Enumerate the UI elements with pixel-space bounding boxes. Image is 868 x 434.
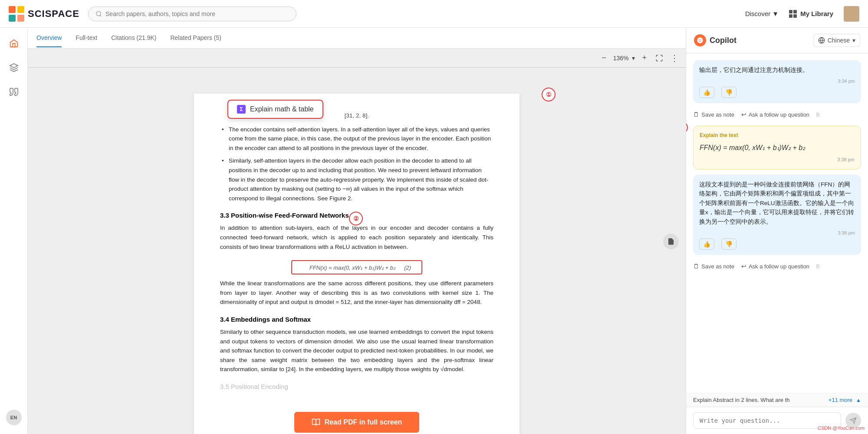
user-avatar[interactable] xyxy=(844,6,859,22)
language-selector[interactable]: Chinese ▾ xyxy=(813,34,860,47)
language-badge[interactable]: EN xyxy=(6,410,22,425)
copilot-panel: Copilot Chinese ▾ 输出层，它们之间通过注意力机制连接。 3:3… xyxy=(686,28,868,434)
main-layout: EN Overview Full-text Citations (21.9K) … xyxy=(0,28,868,434)
copy-button-1[interactable]: ⎘ xyxy=(816,111,820,118)
home-icon xyxy=(9,39,19,48)
explain-popup-label: Explain math & table xyxy=(250,105,314,113)
pdf-page: [31, 2, 8]. The encoder contains self-at… xyxy=(194,94,519,434)
bullet-2: Similarly, self-attention layers in the … xyxy=(220,156,493,203)
send-icon xyxy=(850,417,857,424)
chat-message-user: Explain the text FFN(x) = max(0, xW₁ + b… xyxy=(693,126,861,169)
zoom-level: 136% ▾ xyxy=(613,55,635,62)
copilot-icon xyxy=(694,34,706,46)
circle-marker-2: ② xyxy=(349,212,363,225)
para-3-3: In addition to attention sub-layers, eac… xyxy=(220,223,493,251)
pdf-toolbar: − 136% ▾ + ⋮ xyxy=(28,49,686,68)
message-time-user: 3:38 pm xyxy=(700,156,855,164)
user-message-label: Explain the text xyxy=(700,131,855,140)
note-icon-1: 🗒 xyxy=(693,111,699,118)
fullscreen-icon xyxy=(655,54,663,62)
message-time-2: 3:38 pm xyxy=(699,229,855,237)
zoom-out-button[interactable]: − xyxy=(600,52,608,64)
more-suggestions-link[interactable]: +11 more xyxy=(829,397,852,403)
tabs-bar: Overview Full-text Citations (21.9K) Rel… xyxy=(28,28,686,49)
robot-icon xyxy=(697,37,704,44)
sidebar-item-layers[interactable] xyxy=(7,61,21,75)
tab-fulltext[interactable]: Full-text xyxy=(76,29,97,47)
tab-related[interactable]: Related Papers (5) xyxy=(170,29,221,47)
document-icon xyxy=(667,238,675,245)
fullscreen-button[interactable] xyxy=(654,52,665,64)
thumbs-down-button-2[interactable]: 👎 xyxy=(721,238,736,250)
message-actions-1: 👍 👎 xyxy=(699,87,855,98)
zoom-in-button[interactable]: + xyxy=(640,52,648,64)
section-3-5-title: 3.5 Positional Encoding xyxy=(220,383,493,390)
sidebar-item-home[interactable] xyxy=(7,36,21,50)
save-as-note-1[interactable]: 🗒 Save as note xyxy=(693,111,734,118)
ask-followup-1[interactable]: ↩ Ask a follow up question xyxy=(741,111,809,118)
bullet-1: The encoder contains self-attention laye… xyxy=(220,125,493,153)
suggestion-row: Explain Abstract in 2 lines. What are th… xyxy=(693,397,861,403)
sidebar-item-quote[interactable] xyxy=(7,85,21,99)
svg-rect-3 xyxy=(17,15,24,22)
svg-rect-1 xyxy=(17,6,24,13)
copilot-header: Copilot Chinese ▾ xyxy=(686,28,868,53)
svg-point-4 xyxy=(96,11,101,16)
library-icon xyxy=(789,10,797,18)
layers-icon xyxy=(9,63,19,72)
suggestions-area: Explain Abstract in 2 lines. What are th… xyxy=(686,393,868,407)
ask-followup-2[interactable]: ↩ Ask a follow up question xyxy=(741,263,809,270)
suggestion-text: Explain Abstract in 2 lines. What are th xyxy=(693,397,825,403)
tab-citations[interactable]: Citations (21.9K) xyxy=(111,29,156,47)
scroll-to-top-button[interactable] xyxy=(663,234,679,249)
user-message-wrapper: ③ Explain the text FFN(x) = max(0, xW₁ +… xyxy=(693,126,861,169)
svg-marker-6 xyxy=(10,64,17,68)
search-input[interactable] xyxy=(105,10,289,17)
svg-rect-2 xyxy=(9,15,16,22)
svg-point-10 xyxy=(699,39,700,40)
svg-line-5 xyxy=(100,15,101,16)
thumbs-down-button-1[interactable]: 👎 xyxy=(721,87,736,98)
action-bar-1: 🗒 Save as note ↩ Ask a follow up questio… xyxy=(693,108,861,121)
chat-message-bot-1: 输出层，它们之间通过注意力机制连接。 3:34 pm 👍 👎 xyxy=(693,60,861,103)
thumbs-up-button-2[interactable]: 👍 xyxy=(699,238,714,250)
header-right: Discover ▼ My Library xyxy=(745,6,859,22)
book-icon xyxy=(312,418,320,427)
svg-rect-0 xyxy=(9,6,16,13)
message-time-1: 3:34 pm xyxy=(699,78,855,85)
note-icon-2: 🗒 xyxy=(693,263,699,270)
para-3-4: Similarly to other sequence transduction… xyxy=(220,327,493,374)
reply-icon-2: ↩ xyxy=(741,263,746,270)
circle-marker-3: ③ xyxy=(686,121,688,134)
pdf-viewer: − 136% ▾ + ⋮ Σ Explain math & table ① ② xyxy=(28,49,686,434)
circle-marker-1: ① xyxy=(542,88,556,101)
tab-overview[interactable]: Overview xyxy=(36,29,62,47)
reply-icon-1: ↩ xyxy=(741,111,746,118)
explain-popup[interactable]: Σ Explain math & table xyxy=(227,100,323,119)
search-icon xyxy=(95,10,102,17)
formula-display: FFN(x) = max(0, xW₁ + b₁)W₂ + b₂ (2) xyxy=(302,264,411,271)
search-bar[interactable] xyxy=(88,7,296,21)
thumbs-up-button-1[interactable]: 👍 xyxy=(699,87,714,98)
sidebar: EN xyxy=(0,28,28,434)
logo[interactable]: SCISPACE xyxy=(9,6,79,22)
message-actions-2: 👍 👎 xyxy=(699,238,855,250)
chat-area: 输出层，它们之间通过注意力机制连接。 3:34 pm 👍 👎 🗒 Save as… xyxy=(686,53,868,393)
watermark: CSDN @YouCan.com xyxy=(818,425,865,431)
header: SCISPACE Discover ▼ My Library xyxy=(0,0,868,28)
para-3-3b: While the linear transformations are the… xyxy=(220,279,493,307)
section-3-4-title: 3.4 Embeddings and Softmax xyxy=(220,316,493,323)
save-as-note-2[interactable]: 🗒 Save as note xyxy=(693,263,734,270)
user-message-formula: FFN(x) = max(0, xW₁ + b₁)W₂ + b₂ xyxy=(700,142,855,153)
read-pdf-button[interactable]: Read PDF in full screen xyxy=(294,412,420,433)
svg-point-9 xyxy=(697,37,703,43)
chevron-up-icon[interactable]: ▲ xyxy=(856,397,861,403)
more-options-button[interactable]: ⋮ xyxy=(670,53,679,63)
copy-button-2[interactable]: ⎘ xyxy=(816,263,820,270)
document-area: Overview Full-text Citations (21.9K) Rel… xyxy=(28,28,686,434)
svg-point-11 xyxy=(700,39,701,40)
globe-icon xyxy=(818,37,825,44)
my-library-button[interactable]: My Library xyxy=(789,10,833,18)
discover-button[interactable]: Discover ▼ xyxy=(745,10,779,17)
pdf-content: [31, 2, 8]. The encoder contains self-at… xyxy=(28,68,686,434)
